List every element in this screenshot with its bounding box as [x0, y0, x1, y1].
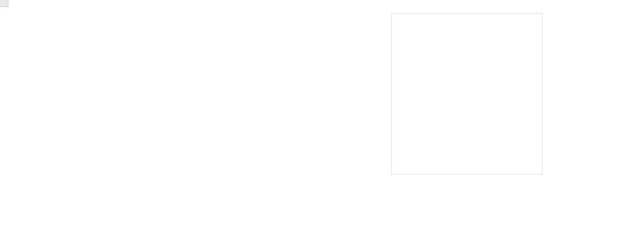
spreadsheet [0, 0, 644, 245]
select-all-corner[interactable] [0, 0, 8, 7]
titration-chart[interactable] [391, 13, 542, 174]
equivalence-point-label [564, 23, 591, 31]
chart-plot-area [392, 14, 543, 175]
sheet-title [55, 7, 125, 15]
